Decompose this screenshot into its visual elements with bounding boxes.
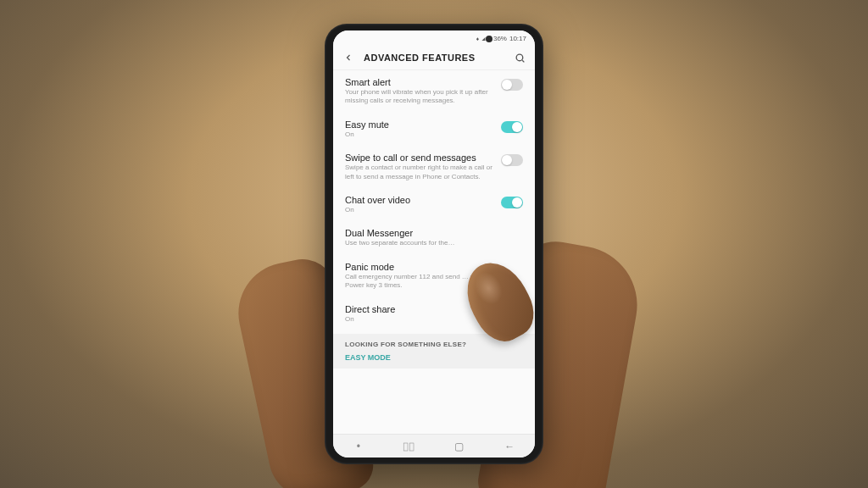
setting-dual-messenger[interactable]: Dual Messenger Use two separate accounts… <box>333 221 535 254</box>
setting-chat-over-video[interactable]: Chat over video On <box>333 188 535 221</box>
setting-label: Chat over video <box>345 195 494 205</box>
nav-back-icon[interactable]: ← <box>502 441 517 452</box>
setting-sub: Swipe a contact or number right to make … <box>345 164 494 181</box>
nav-home-icon[interactable]: ▢ <box>452 441 467 452</box>
easy-mode-link[interactable]: EASY MODE <box>345 353 523 362</box>
setting-sub: Use two separate accounts for the… <box>345 239 523 247</box>
settings-list[interactable]: Smart alert Your phone will vibrate when… <box>333 70 535 434</box>
battery-indicator: ▮ 36% <box>488 35 507 42</box>
clock-time: 10:17 <box>509 35 526 42</box>
svg-line-1 <box>522 60 524 62</box>
setting-label: Dual Messenger <box>345 228 523 238</box>
setting-sub: On <box>345 130 494 139</box>
setting-sub: On <box>345 315 494 324</box>
toggle-chat-over-video[interactable] <box>501 197 523 208</box>
toggle-smart-alert[interactable] <box>501 79 523 91</box>
page-title: ADVANCED FEATURES <box>364 53 504 63</box>
phone-frame: ⬧ ◢ ▮ 36% 10:17 ADVANCED FEATURES Smart … <box>325 24 543 464</box>
back-icon[interactable] <box>342 51 355 64</box>
setting-label: Easy mute <box>345 119 494 130</box>
toggle-easy-mute[interactable] <box>501 121 523 133</box>
nav-recent-icon[interactable]: ⌷⌷ <box>401 441 416 452</box>
setting-sub: On <box>345 206 494 214</box>
footer-label: LOOKING FOR SOMETHING ELSE? <box>345 341 523 348</box>
status-bar: ⬧ ◢ ▮ 36% 10:17 <box>333 30 535 46</box>
search-icon[interactable] <box>513 51 526 64</box>
signal-icon: ⬧ ◢ <box>476 35 486 42</box>
app-bar: ADVANCED FEATURES <box>333 46 535 70</box>
nav-menu-icon[interactable]: • <box>351 441 366 452</box>
setting-easy-mute[interactable]: Easy mute On <box>333 113 535 146</box>
setting-label: Swipe to call or send messages <box>345 152 494 163</box>
setting-label: Smart alert <box>345 77 494 87</box>
toggle-swipe-call[interactable] <box>501 154 523 166</box>
phone-screen: ⬧ ◢ ▮ 36% 10:17 ADVANCED FEATURES Smart … <box>333 30 535 458</box>
nav-bar: • ⌷⌷ ▢ ← <box>333 434 535 458</box>
setting-swipe-call[interactable]: Swipe to call or send messages Swipe a c… <box>333 146 535 188</box>
setting-sub: Your phone will vibrate when you pick it… <box>345 88 494 106</box>
svg-point-0 <box>516 54 523 61</box>
setting-smart-alert[interactable]: Smart alert Your phone will vibrate when… <box>333 70 535 113</box>
